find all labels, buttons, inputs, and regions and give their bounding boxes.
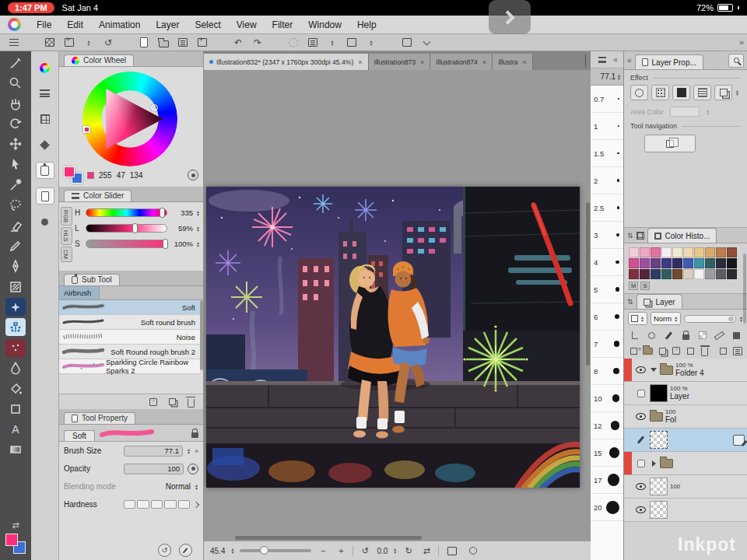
sub-tool-item[interactable]: Soft round brush [59, 315, 200, 330]
brush-size-expand-icon[interactable]: » [195, 447, 198, 455]
auto-select-tool[interactable] [5, 176, 26, 194]
brush-size-input[interactable]: 77.1 [124, 446, 183, 457]
canvas-vertical-scrollbar[interactable] [586, 202, 590, 366]
color-swatch[interactable] [683, 258, 693, 268]
layer-color-bar[interactable] [624, 429, 632, 451]
color-swatch[interactable] [716, 258, 726, 268]
sv-marker[interactable] [151, 104, 158, 111]
operation-tool[interactable] [5, 156, 26, 173]
menu-layer[interactable]: Layer [148, 18, 187, 32]
tone-effect-icon[interactable] [651, 85, 669, 100]
menu-select[interactable]: Select [187, 18, 228, 32]
menu-animation[interactable]: Animation [91, 18, 148, 32]
color-swatch[interactable] [727, 269, 737, 279]
recording-time-pill[interactable]: 1:47 PM [8, 2, 54, 13]
window-icon[interactable] [399, 36, 415, 50]
import-sub-tool-icon[interactable] [147, 396, 160, 408]
visibility-eye-icon[interactable] [636, 366, 646, 373]
undo-icon[interactable]: ↶ [230, 36, 246, 50]
chip-s[interactable]: S [640, 282, 650, 290]
sort-icon[interactable]: ⇅ [627, 232, 633, 240]
menu-file[interactable]: File [29, 18, 59, 32]
color-wheel[interactable] [82, 72, 177, 166]
main-color-swatch[interactable] [5, 534, 18, 546]
clip-to-layer-icon[interactable] [629, 330, 641, 341]
text-tool[interactable]: A [5, 420, 26, 438]
saturation-slider[interactable] [86, 240, 167, 248]
layer-sort-icon[interactable]: ⇅ [627, 298, 633, 306]
layer-row[interactable] [624, 452, 747, 475]
color-set-panel-icon[interactable] [36, 110, 54, 128]
spinner3-icon[interactable] [363, 36, 379, 50]
copy-document-icon[interactable] [305, 36, 321, 50]
hue-slider[interactable] [86, 208, 167, 217]
blending-mode-value[interactable]: Normal [124, 482, 191, 491]
zoom-in-icon[interactable]: + [335, 546, 347, 555]
hardness-expand-icon[interactable] [193, 501, 199, 507]
sub-tool-panel-icon[interactable] [36, 162, 54, 179]
close-tab-icon[interactable]: × [358, 58, 362, 66]
layer-color-effect-icon[interactable] [672, 85, 690, 100]
brush-size-spinner[interactable] [187, 448, 191, 454]
effect-spinner[interactable] [735, 89, 739, 96]
sub-tool-group-tab[interactable]: Airbrush [59, 286, 100, 299]
rotate-cw-icon[interactable]: ↻ [402, 546, 415, 556]
new-layer-icon[interactable] [629, 345, 638, 357]
spinner2-icon[interactable] [324, 36, 340, 50]
tool-property-panel-icon[interactable] [36, 187, 54, 205]
folder-expander-icon[interactable] [650, 460, 658, 467]
color-swatch[interactable] [661, 258, 672, 268]
hardness-segments[interactable] [124, 500, 190, 509]
brush-size-item[interactable]: 7 [591, 331, 623, 358]
layer-visibility-cell[interactable] [634, 366, 647, 373]
fill-tool[interactable] [5, 380, 26, 397]
layer-row[interactable] [624, 429, 747, 452]
document-tab[interactable]: Illustration873× [369, 54, 431, 70]
color-swatch[interactable] [661, 269, 672, 279]
document-tab[interactable]: Illustration832* (2347 x 1760px 300dpi 4… [204, 54, 369, 70]
layer-visibility-cell[interactable] [634, 506, 647, 513]
export-icon[interactable] [175, 36, 191, 50]
layer-visibility-cell[interactable] [634, 390, 647, 397]
texture-effect-icon[interactable] [693, 85, 711, 100]
color-swatch[interactable] [683, 269, 693, 279]
delete-sub-tool-icon[interactable] [184, 396, 197, 408]
layer-row[interactable] [624, 499, 747, 522]
sub-tool-item[interactable]: Soft [59, 300, 200, 315]
color-swatch[interactable] [694, 247, 704, 257]
delete-layer-icon[interactable] [700, 345, 710, 357]
color-swatch[interactable] [629, 247, 639, 257]
area-color-swatch[interactable] [670, 107, 700, 117]
edit-canvas-icon[interactable] [61, 36, 77, 50]
visibility-checkbox[interactable] [637, 390, 645, 397]
brush-size-item[interactable]: 3 [591, 222, 623, 249]
tool-property-tab[interactable]: Tool Property [64, 412, 135, 424]
zoom-slider[interactable] [240, 549, 311, 552]
layer-row[interactable]: 100 %Folder 4 [624, 359, 747, 382]
color-swatch[interactable] [716, 269, 726, 279]
document-tab[interactable]: Illustration874× [430, 54, 493, 70]
layer-color-bar[interactable] [624, 359, 632, 381]
saturation-spinner[interactable] [196, 241, 200, 247]
layer-opacity-slider[interactable] [684, 315, 736, 323]
menu-help[interactable]: Help [349, 18, 384, 32]
visibility-checkbox[interactable] [637, 460, 645, 467]
gradient-tool[interactable] [5, 441, 26, 459]
color-wheel-swatches[interactable] [64, 166, 82, 184]
main-color-swatches[interactable] [5, 534, 26, 554]
layer-row[interactable]: 100 %Layer [624, 382, 747, 405]
rotation-value[interactable]: 0.0 [377, 547, 388, 555]
sub-tool-tab[interactable]: Sub Tool [64, 274, 120, 285]
hamburger-menu-icon[interactable] [6, 36, 22, 50]
brush-size-item[interactable]: 2.5 [591, 194, 623, 222]
layer-visibility-cell[interactable] [634, 436, 647, 444]
brush-size-item[interactable]: 2 [591, 167, 623, 194]
brush-size-item[interactable]: 6 [591, 303, 623, 331]
zoom-spinner[interactable] [230, 548, 234, 554]
color-swatch[interactable] [705, 258, 715, 268]
paste-document-icon[interactable] [344, 36, 359, 50]
color-mode-toggle-icon[interactable] [188, 170, 198, 180]
color-swatch[interactable] [672, 269, 682, 279]
lock-alpha-icon[interactable] [696, 330, 709, 341]
rotate-ccw-icon[interactable]: ↺ [359, 546, 371, 556]
